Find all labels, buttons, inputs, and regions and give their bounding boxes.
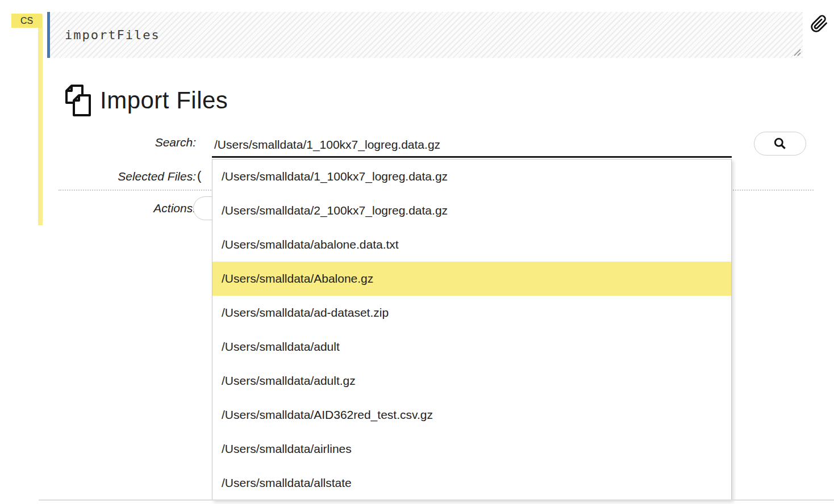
page-title: Import Files <box>100 87 228 114</box>
dropdown-item[interactable]: /Users/smalldata/abalone.data.txt <box>212 228 731 262</box>
actions-label: Actions: <box>59 201 196 215</box>
flow-notebook-page: CS importFiles Import Files <box>0 0 834 504</box>
dropdown-item[interactable]: /Users/smalldata/allstate <box>212 466 731 500</box>
code-cell[interactable]: importFiles <box>47 12 803 58</box>
dropdown-item[interactable]: /Users/smalldata/2_100kx7_logreg.data.gz <box>212 194 731 228</box>
code-input[interactable]: importFiles <box>50 28 160 42</box>
magnifier-icon <box>773 136 787 151</box>
paperclip-icon[interactable] <box>810 14 828 34</box>
dropdown-item[interactable]: /Users/smalldata/adult <box>212 330 731 364</box>
selected-files-value: ( <box>197 169 201 183</box>
search-input[interactable] <box>212 134 732 158</box>
cell-type-badge: CS <box>11 14 42 28</box>
selected-files-label: Selected Files: <box>59 170 196 183</box>
dialog-header: Import Files <box>64 84 228 117</box>
resize-handle-icon[interactable] <box>793 48 801 56</box>
copy-files-icon <box>64 84 93 117</box>
file-typeahead-dropdown: /Users/smalldata/1_100kx7_logreg.data.gz… <box>212 159 732 501</box>
dropdown-item[interactable]: /Users/smalldata/1_100kx7_logreg.data.gz <box>212 159 731 194</box>
search-button[interactable] <box>754 132 806 156</box>
dropdown-item[interactable]: /Users/smalldata/ad-dataset.zip <box>212 296 731 330</box>
dropdown-item[interactable]: /Users/smalldata/airlines <box>212 432 731 466</box>
dropdown-item-highlighted[interactable]: /Users/smalldata/Abalone.gz <box>212 262 731 296</box>
dropdown-item[interactable]: /Users/smalldata/AID362red_test.csv.gz <box>212 398 731 432</box>
selected-cell-marker <box>38 14 43 225</box>
dropdown-item[interactable]: /Users/smalldata/adult.gz <box>212 364 731 398</box>
cell-boundary-line <box>39 499 834 501</box>
search-label: Search: <box>59 136 196 149</box>
